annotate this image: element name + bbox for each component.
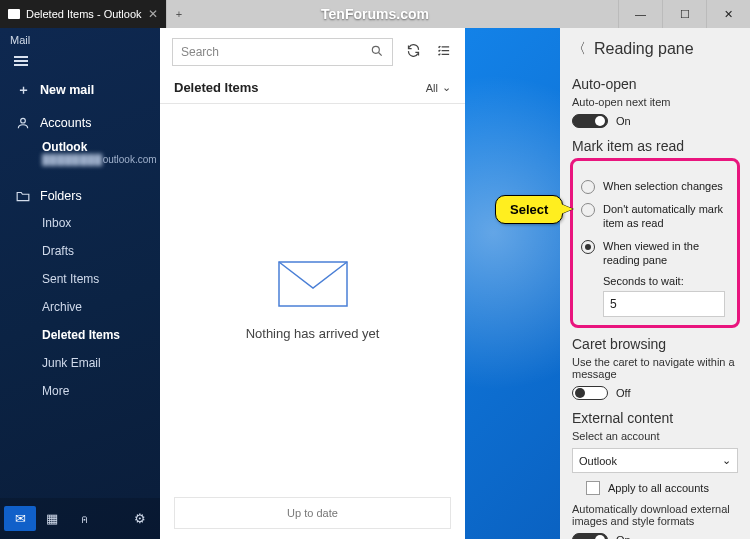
- svg-point-1: [372, 46, 379, 53]
- plus-icon: ＋: [16, 83, 30, 97]
- mail-app: Mail ＋ New mail Accounts Outlook ███████…: [0, 28, 465, 539]
- apply-all-checkbox[interactable]: Apply to all accounts: [586, 481, 738, 495]
- person-icon: [16, 116, 30, 130]
- mail-favicon-icon: [8, 9, 20, 19]
- radio-when-viewed[interactable]: When viewed in the reading pane: [581, 239, 729, 268]
- account-item[interactable]: Outlook ████████outlook.com: [0, 136, 160, 179]
- account-name: Outlook: [0, 136, 160, 154]
- accounts-header[interactable]: Accounts: [0, 106, 160, 136]
- folder-archive[interactable]: Archive: [0, 293, 160, 321]
- people-nav-icon[interactable]: ⩀: [68, 511, 100, 526]
- callout-text: Select: [495, 195, 563, 224]
- folder-junk[interactable]: Junk Email: [0, 349, 160, 377]
- filter-dropdown[interactable]: All ⌄: [426, 81, 451, 94]
- folders-header[interactable]: Folders: [0, 179, 160, 209]
- auto-download-label: Automatically download external images a…: [572, 503, 738, 527]
- sidebar-bottombar: ✉ ▦ ⩀ ⚙: [0, 498, 160, 539]
- select-callout: Select: [495, 195, 563, 224]
- empty-text: Nothing has arrived yet: [246, 326, 380, 341]
- radio-dot-icon: [581, 203, 595, 217]
- caret-browsing-subtext: Use the caret to navigate within a messa…: [572, 356, 738, 380]
- window-maximize-button[interactable]: ☐: [662, 0, 706, 28]
- panel-header: 〈 Reading pane: [572, 28, 738, 68]
- new-mail-label: New mail: [40, 83, 94, 97]
- settings-panel: 〈 Reading pane Auto-open Auto-open next …: [560, 28, 750, 539]
- empty-state: Nothing has arrived yet: [160, 104, 465, 497]
- window-minimize-button[interactable]: —: [618, 0, 662, 28]
- chevron-down-icon: ⌄: [442, 81, 451, 94]
- radio-dot-icon: [581, 240, 595, 254]
- window-close-button[interactable]: ✕: [706, 0, 750, 28]
- account-email: ████████outlook.com: [0, 154, 160, 173]
- tab-close-icon[interactable]: ✕: [148, 7, 158, 21]
- folder-sent[interactable]: Sent Items: [0, 265, 160, 293]
- desktop-background: [465, 28, 560, 539]
- select-account-label: Select an account: [572, 430, 738, 442]
- list-header: Deleted Items All ⌄: [160, 72, 465, 104]
- folder-drafts[interactable]: Drafts: [0, 237, 160, 265]
- envelope-icon: [277, 260, 349, 308]
- auto-open-subtext: Auto-open next item: [572, 96, 738, 108]
- radio-dot-icon: [581, 180, 595, 194]
- external-content-heading: External content: [572, 410, 738, 426]
- hamburger-menu-button[interactable]: [0, 48, 160, 74]
- search-placeholder: Search: [181, 45, 219, 59]
- panel-title-text: Reading pane: [594, 40, 694, 58]
- new-tab-button[interactable]: +: [166, 0, 192, 28]
- sync-button[interactable]: [403, 43, 423, 61]
- seconds-to-wait-label: Seconds to wait:: [603, 275, 729, 287]
- folder-icon: [16, 189, 30, 203]
- folder-more[interactable]: More: [0, 377, 160, 405]
- caret-browsing-heading: Caret browsing: [572, 336, 738, 352]
- browser-tab[interactable]: Deleted Items - Outlook ✕: [0, 0, 166, 28]
- mark-read-group-highlighted: When selection changes Don't automatical…: [570, 158, 740, 328]
- svg-point-0: [21, 118, 26, 123]
- sidebar: Mail ＋ New mail Accounts Outlook ███████…: [0, 28, 160, 539]
- mark-read-heading: Mark item as read: [572, 138, 738, 154]
- window-controls: — ☐ ✕: [618, 0, 750, 28]
- svg-rect-2: [279, 262, 347, 306]
- app-label: Mail: [0, 28, 160, 48]
- caret-browsing-toggle[interactable]: Off: [572, 386, 738, 400]
- chevron-down-icon: ⌄: [722, 454, 731, 467]
- checkbox-icon: [586, 481, 600, 495]
- list-toolbar: Search: [160, 28, 465, 72]
- new-mail-button[interactable]: ＋ New mail: [0, 74, 160, 106]
- radio-dont-auto-mark[interactable]: Don't automatically mark item as read: [581, 202, 729, 231]
- mail-nav-icon[interactable]: ✉: [4, 506, 36, 531]
- auto-download-toggle[interactable]: On: [572, 533, 738, 539]
- search-input[interactable]: Search: [172, 38, 393, 66]
- select-mode-button[interactable]: [433, 43, 453, 61]
- folder-deleted[interactable]: Deleted Items: [0, 321, 160, 349]
- auto-open-toggle[interactable]: On: [572, 114, 738, 128]
- calendar-nav-icon[interactable]: ▦: [36, 511, 68, 526]
- sync-status: Up to date: [174, 497, 451, 529]
- radio-when-selection-changes[interactable]: When selection changes: [581, 179, 729, 194]
- back-button[interactable]: 〈: [572, 40, 586, 58]
- settings-nav-icon[interactable]: ⚙: [124, 511, 156, 526]
- tab-title: Deleted Items - Outlook: [26, 8, 142, 20]
- folder-inbox[interactable]: Inbox: [0, 209, 160, 237]
- search-icon: [370, 44, 384, 61]
- message-list-pane: Search Deleted Items All ⌄: [160, 28, 465, 539]
- seconds-to-wait-input[interactable]: 5: [603, 291, 725, 317]
- auto-open-heading: Auto-open: [572, 76, 738, 92]
- list-title: Deleted Items: [174, 80, 259, 95]
- account-select[interactable]: Outlook ⌄: [572, 448, 738, 473]
- window-titlebar: Deleted Items - Outlook ✕ + — ☐ ✕: [0, 0, 750, 28]
